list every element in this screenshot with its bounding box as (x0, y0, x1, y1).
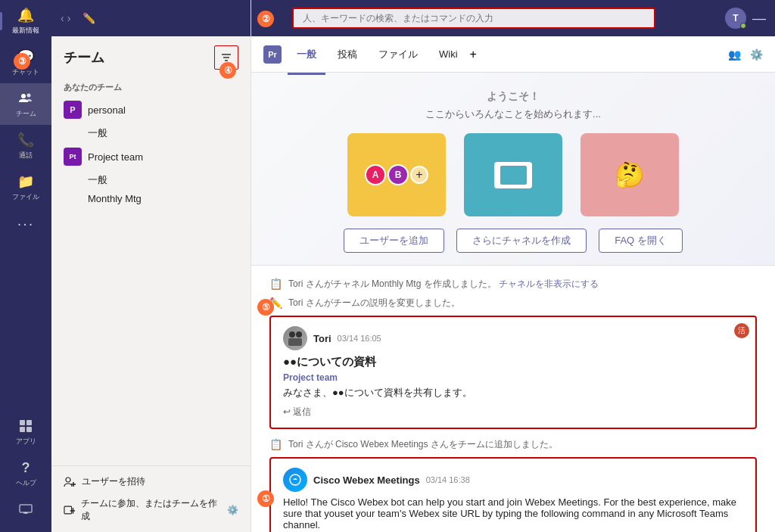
tori-reply-link[interactable]: 返信 (283, 406, 743, 418)
sidebar-item-apps[interactable]: アプリ (0, 411, 51, 453)
add-user-button[interactable]: ユーザーを追加 (344, 229, 444, 253)
channel-header: Pr 一般 投稿 ファイル Wiki + 👥 ⚙️ (251, 36, 775, 73)
minimize-button[interactable]: — (752, 11, 766, 26)
help-label: ヘルプ (16, 478, 36, 488)
tab-files[interactable]: ファイル (369, 45, 427, 64)
svg-point-12 (66, 478, 70, 482)
search-input[interactable] (292, 8, 655, 29)
svg-rect-15 (64, 506, 72, 514)
system-msg-3: 📋 Tori さんが Cisco Webex Meetings さんをチームに追… (269, 438, 757, 451)
search-bar (292, 8, 655, 29)
tori-sender: Tori (313, 333, 331, 344)
svg-rect-4 (20, 427, 25, 432)
teams-icon (17, 89, 35, 107)
webex-avatar (283, 468, 307, 492)
forward-arrow[interactable]: › (67, 12, 71, 24)
tab-wiki[interactable]: Wiki (430, 45, 467, 63)
back-arrow[interactable]: ‹ (61, 12, 64, 24)
nav-rail-top: 🔔 最新情報 💬 チャット チーム (0, 0, 51, 240)
channel-project-general-name: 一般 (88, 173, 107, 187)
hide-channel-link[interactable]: チャネルを非表示にする (499, 278, 599, 289)
annotation-4: ④ (219, 62, 236, 79)
channel-monthly-name: Monthly Mtg (88, 193, 142, 204)
add-tab-button[interactable]: + (470, 48, 477, 61)
annotation-1: ① (257, 490, 274, 507)
tori-unread-badge: 活 (734, 323, 749, 338)
welcome-cards: A B + (275, 133, 751, 216)
main-content: T — Pr 一般 投稿 ファイル Wiki + 👥 ⚙️ (251, 0, 775, 532)
join-create-team[interactable]: チームに参加、またはチームを作成 ⚙️ (61, 494, 241, 526)
team-project[interactable]: Pt Project team ··· (51, 143, 251, 170)
screen-icon[interactable] (0, 494, 51, 526)
members-icon[interactable]: 👥 (728, 48, 741, 61)
channel-tabs: 一般 投稿 ファイル Wiki + (288, 45, 477, 64)
tori-msg-body: みなさま、●●について資料を共有します。 (283, 386, 743, 400)
svg-rect-3 (26, 420, 32, 425)
channel-monthly-mtg[interactable]: Monthly Mtg (51, 190, 251, 207)
welcome-title: ようこそ！ ようこそ！ (275, 85, 751, 104)
svg-point-0 (21, 94, 26, 98)
files-label: ファイル (12, 192, 39, 202)
invite-users-item[interactable]: ユーザーを招待 (61, 472, 241, 491)
sidebar-footer: ユーザーを招待 チームに参加、またはチームを作成 ⚙️ (51, 465, 251, 532)
sidebar-item-activity[interactable]: 🔔 最新情報 (0, 0, 51, 42)
welcome-card-channel (464, 133, 562, 216)
messages-area: 📋 Tori さんがチャネル Monthly Mtg を作成しました。 チャネル… (251, 266, 775, 532)
help-icon: ? (17, 459, 35, 477)
channel-icon: Pr (263, 45, 282, 64)
tori-message-header: Tori 03/14 16:05 (283, 326, 743, 350)
annotation-3: ③ (14, 53, 30, 70)
annotation-5: ⑤ (257, 299, 274, 316)
team-personal[interactable]: P personal ··· (51, 96, 251, 123)
system-msg-2: ✏️ Tori さんがチームの説明を変更しました。 (269, 297, 757, 310)
channel-project-general[interactable]: 一般 (51, 170, 251, 190)
user-status-indicator (740, 23, 746, 29)
welcome-card-faq: 🤔 (580, 133, 679, 216)
svg-rect-2 (20, 420, 25, 425)
teams-sidebar: ‹ › ✏️ チーム あなたのチーム P personal ··· 一般 (51, 0, 251, 532)
faq-button[interactable]: FAQ を開く (599, 229, 683, 253)
topbar-right: T — (725, 8, 766, 29)
svg-rect-5 (26, 427, 32, 432)
more-icon: ··· (17, 214, 35, 232)
webex-message-block: Cisco Webex Meetings 03/14 16:38 Hello! … (269, 457, 757, 532)
sidebar-item-files[interactable]: 📁 ファイル (0, 166, 51, 208)
tori-time: 03/14 16:05 (338, 334, 381, 343)
apps-icon (17, 417, 35, 435)
channel-personal-general[interactable]: 一般 (51, 123, 251, 143)
your-teams-label: あなたのチーム (51, 76, 251, 96)
webex-message-header: Cisco Webex Meetings 03/14 16:38 (283, 468, 743, 492)
settings-icon[interactable]: ⚙️ (750, 48, 763, 61)
team-project-avatar: Pt (64, 148, 82, 166)
channel-personal-general-name: 一般 (88, 126, 107, 140)
team-personal-avatar: P (64, 101, 82, 119)
edit-icon[interactable]: ✏️ (82, 12, 95, 24)
sys-text-3: Tori さんが Cisco Webex Meetings さんをチームに追加し… (288, 438, 558, 451)
tori-msg-subtitle[interactable]: Project team (283, 372, 743, 383)
welcome-card-add-user: A B + (347, 133, 446, 216)
join-create-label: チームに参加、またはチームを作成 (81, 497, 221, 523)
annotation-2: ② (257, 11, 274, 27)
calls-label: 通話 (19, 151, 33, 160)
welcome-section: ようこそ！ ようこそ！ ここからいろんなことを始められます... A B + (251, 73, 775, 266)
sidebar-item-teams[interactable]: チーム (0, 83, 51, 125)
activity-icon: 🔔 (17, 6, 35, 24)
team-project-name: Project team (88, 151, 229, 163)
sidebar-item-more[interactable]: ··· (0, 208, 51, 240)
tab-posts[interactable]: 投稿 (328, 45, 366, 64)
nav-rail: 🔔 最新情報 💬 チャット チーム (0, 0, 51, 532)
user-avatar[interactable]: T (725, 8, 746, 29)
sidebar-item-calls[interactable]: 📞 通話 (0, 125, 51, 166)
settings-gear-icon[interactable]: ⚙️ (227, 505, 238, 515)
apps-label: アプリ (16, 437, 36, 446)
welcome-subtitle: ここからいろんなことを始められます... (275, 107, 751, 121)
tab-general[interactable]: 一般 (288, 45, 325, 64)
sidebar-item-help[interactable]: ? ヘルプ (0, 453, 51, 494)
files-icon: 📁 (17, 173, 35, 191)
tori-avatar (283, 326, 307, 350)
teams-label: チーム (16, 109, 36, 119)
activity-label: 最新情報 (12, 26, 39, 36)
sys-icon-1: 📋 (269, 278, 282, 290)
channel-header-right: 👥 ⚙️ (728, 48, 763, 61)
add-channel-button[interactable]: さらにチャネルを作成 (456, 229, 587, 253)
